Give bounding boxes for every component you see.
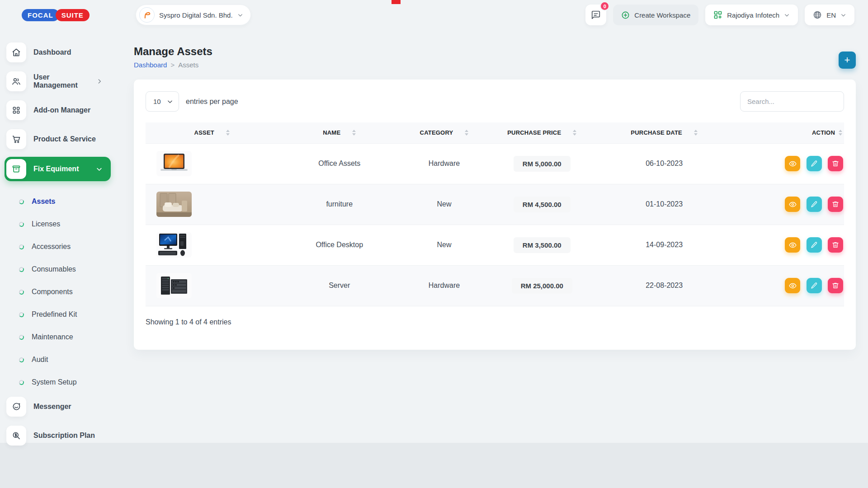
asset-purchase-date: 06-10-2023 [596,143,732,184]
column-header-label: CATEGORY [420,129,453,136]
breadcrumb-dashboard-link[interactable]: Dashboard [134,61,167,69]
bullet-icon [19,289,24,295]
view-button[interactable] [785,278,800,293]
sidebar-item-subscription-plan[interactable]: Subscription Plan [0,424,111,447]
workspace-name: Rajodiya Infotech [727,11,779,19]
language-selector[interactable]: EN [805,5,854,25]
sidebar-item-label: Add-on Manager [33,106,90,114]
chevron-down-icon [784,12,790,18]
fix-equipment-submenu: Assets Licenses Accessories Consumables … [0,188,115,395]
sidebar-subitem-licenses[interactable]: Licenses [0,213,115,235]
workspace-grid-icon [713,10,722,19]
sidebar-item-product-service[interactable]: Product & Service [0,128,111,150]
delete-button[interactable] [828,278,843,293]
sidebar-subitem-system-setup[interactable]: System Setup [0,371,115,394]
users-icon [6,71,26,91]
pencil-icon [811,282,818,289]
page-size-select[interactable]: 10 [146,91,179,112]
trash-icon [832,241,839,249]
column-header-asset[interactable]: ASSET [146,122,278,143]
chevron-right-icon [96,78,103,84]
sidebar-subitem-label: Consumables [32,265,76,273]
sidebar-item-addon-manager[interactable]: Add-on Manager [0,99,111,122]
sidebar-item-label: Fix Equiment [33,165,79,173]
asset-category: New [401,225,488,265]
sidebar-item-messenger[interactable]: Messenger [0,395,111,418]
view-button[interactable] [785,197,800,212]
add-asset-button[interactable]: + [839,52,856,69]
sidebar-subitem-predefined-kit[interactable]: Predefined Kit [0,303,115,326]
edit-button[interactable] [807,278,822,293]
breadcrumb-current: Assets [178,61,198,69]
sidebar-subitem-accessories[interactable]: Accessories [0,235,115,258]
globe-icon [813,10,822,19]
main-content: Manage Assets Dashboard > Assets + 10 en… [115,30,868,350]
search-input[interactable] [740,91,844,112]
sidebar-subitem-label: Components [32,288,73,296]
trash-icon [832,160,839,167]
asset-purchase-date: 22-08-2023 [596,265,732,306]
sidebar-subitem-label: Accessories [32,243,71,251]
sidebar-subitem-label: Predefined Kit [32,310,77,319]
notifications-button[interactable]: 0 [585,5,606,25]
sidebar-subitem-components[interactable]: Components [0,281,115,303]
table-controls: 10 entries per page [146,91,844,112]
pencil-icon [811,160,818,167]
brand-logo-right: SUITE [56,9,90,21]
edit-button[interactable] [807,197,822,212]
page-header: Manage Assets Dashboard > Assets + [134,45,857,69]
asset-name: furniture [278,184,401,225]
delete-button[interactable] [828,197,843,212]
column-header-label: ASSET [194,129,214,136]
delete-button[interactable] [828,237,843,253]
bullet-icon [19,267,24,272]
column-header-action[interactable]: ACTION [732,122,844,143]
view-button[interactable] [785,237,800,253]
sidebar-item-label: Product & Service [33,135,96,143]
column-header-purchase-price[interactable]: PURCHASE PRICE [488,122,596,143]
sort-icon [465,130,468,136]
sidebar-subitem-assets[interactable]: Assets [0,190,115,213]
notification-count-badge: 0 [600,1,609,11]
chevron-down-icon [840,12,846,18]
column-header-label: NAME [323,129,340,136]
company-selector[interactable]: Syspro Digital Sdn. Bhd. [136,5,251,25]
sidebar-subitem-audit[interactable]: Audit [0,348,115,371]
sidebar-item-user-management[interactable]: User Management [0,70,111,93]
column-header-label: ACTION [812,129,835,136]
trash-icon [832,282,839,289]
page-size-value: 10 [153,98,161,105]
column-header-label: PURCHASE DATE [631,129,682,136]
bullet-icon [19,221,24,227]
edit-button[interactable] [807,237,822,253]
create-workspace-label: Create Workspace [634,11,690,19]
workspace-selector[interactable]: Rajodiya Infotech [705,5,798,25]
sidebar-item-label: User Management [33,73,89,89]
cart-icon [6,129,26,149]
brand-logo[interactable]: FOCAL SUITE [22,9,115,21]
sidebar-item-label: Subscription Plan [33,432,95,440]
page-bottom-band [0,443,868,488]
asset-image-furniture-room [156,192,192,217]
create-workspace-button[interactable]: Create Workspace [613,5,698,25]
sidebar-item-fix-equipment[interactable]: Fix Equiment [5,157,111,181]
sidebar-subitem-consumables[interactable]: Consumables [0,258,115,281]
table-header-row: ASSET NAME CATEGORY PURCHASE PRICE PURCH… [146,122,844,143]
edit-button[interactable] [807,156,822,171]
sidebar-item-dashboard[interactable]: Dashboard [0,41,111,64]
sort-icon [694,130,698,136]
trash-icon [832,201,839,208]
sidebar-subitem-label: Audit [32,356,48,364]
column-header-category[interactable]: CATEGORY [401,122,488,143]
pencil-icon [811,201,818,208]
sidebar-subitem-maintenance[interactable]: Maintenance [0,326,115,348]
view-button[interactable] [785,156,800,171]
bullet-icon [19,244,24,250]
topbar: Syspro Digital Sdn. Bhd. 0 Create Worksp… [115,0,868,30]
equipment-box-icon [6,159,26,179]
column-header-name[interactable]: NAME [278,122,401,143]
table-row: Server Hardware RM 25,000.00 22-08-2023 [146,265,844,306]
delete-button[interactable] [828,156,843,171]
column-header-purchase-date[interactable]: PURCHASE DATE [596,122,732,143]
asset-price: RM 25,000.00 [512,278,572,294]
